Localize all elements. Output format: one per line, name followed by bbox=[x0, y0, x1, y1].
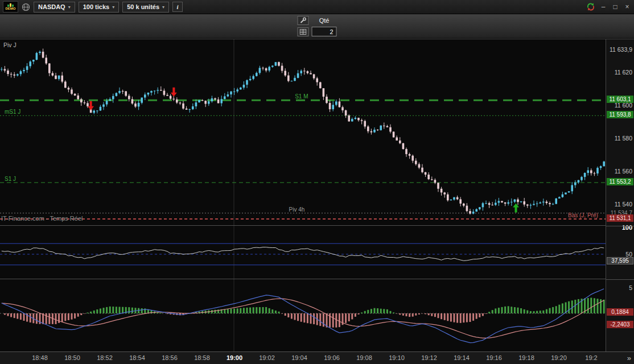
price-axis-tick: 11 580 bbox=[615, 135, 632, 142]
price-chart-pane[interactable]: Piv J IT-Finance.com - Temps Réel S1 MmS… bbox=[0, 39, 606, 225]
titlebar: DEMO NASDAQ ▾ 100 ticks ▾ 50 k unités ▾ bbox=[0, 0, 634, 14]
chart-workspace: Piv J IT-Finance.com - Temps Réel S1 MmS… bbox=[0, 39, 634, 351]
time-label: 19:12 bbox=[421, 354, 437, 361]
units-select[interactable]: 50 k unités ▾ bbox=[122, 2, 169, 13]
price-level-badge: 11 531,1 bbox=[607, 214, 633, 222]
ladder-icon bbox=[300, 29, 307, 35]
macd-value-badge: -2,2403 bbox=[607, 321, 633, 328]
price-level-badge: 11 553,2 bbox=[607, 178, 633, 185]
separator bbox=[606, 226, 634, 226]
level-label-ms1-j: mS1 J bbox=[5, 109, 20, 115]
time-label: 18:50 bbox=[64, 354, 80, 361]
oscillator-value-badge: 37,595 bbox=[607, 257, 633, 264]
quantity-label: Qté bbox=[312, 17, 337, 24]
wrench-icon-button[interactable] bbox=[298, 16, 309, 25]
time-label: 19:00 bbox=[227, 354, 242, 361]
time-label: 18:52 bbox=[97, 354, 113, 361]
time-label: 19:20 bbox=[551, 354, 567, 361]
units-label: 50 k unités bbox=[127, 3, 159, 10]
timeframe-select[interactable]: 100 ticks ▾ bbox=[79, 2, 120, 13]
oscillator-pane[interactable] bbox=[0, 225, 606, 279]
macd-pane[interactable] bbox=[0, 279, 606, 351]
symbol-label: NASDAQ bbox=[38, 3, 65, 10]
minimize-button[interactable]: – bbox=[599, 3, 607, 11]
chevron-down-icon: ▾ bbox=[112, 5, 114, 10]
info-button[interactable]: i bbox=[172, 2, 183, 12]
level-label-s1-j: S1 J bbox=[5, 176, 16, 182]
demo-mode-badge: DEMO bbox=[3, 1, 18, 13]
oscillator-axis-label: 100 bbox=[622, 224, 632, 231]
time-label: 18:48 bbox=[32, 354, 48, 361]
time-label: 18:58 bbox=[194, 354, 210, 361]
quantity-block: Qté bbox=[298, 16, 337, 36]
order-toolbar: Qté bbox=[0, 14, 634, 39]
scroll-right-icon[interactable]: » bbox=[627, 354, 631, 362]
price-axis-tick: 11 633,9 bbox=[610, 46, 632, 53]
chevron-down-icon: ▾ bbox=[162, 5, 164, 10]
trading-platform-window: DEMO NASDAQ ▾ 100 ticks ▾ 50 k unités ▾ bbox=[0, 0, 634, 364]
level-label-s1-m: S1 M bbox=[295, 93, 308, 100]
macd-value-badge: 0,1884 bbox=[607, 308, 633, 316]
time-label: 19:06 bbox=[324, 354, 340, 361]
demo-label: DEMO bbox=[6, 7, 16, 11]
time-axis[interactable]: » 18:4818:5018:5218:5418:5618:5819:0019:… bbox=[0, 351, 634, 364]
maximize-button[interactable]: □ bbox=[611, 3, 619, 11]
time-label: 18:54 bbox=[129, 354, 145, 361]
level-label-bas-j-pr-: Bas (J, Pré) bbox=[568, 212, 598, 218]
time-label: 19:02 bbox=[259, 354, 275, 361]
time-label: 19:18 bbox=[518, 354, 534, 361]
candlestick-chart-canvas[interactable] bbox=[0, 39, 606, 225]
chart-column: Piv J IT-Finance.com - Temps Réel S1 MmS… bbox=[0, 39, 606, 351]
time-label: 19:08 bbox=[356, 354, 372, 361]
time-label: 19:2 bbox=[585, 354, 597, 361]
time-label: 19:14 bbox=[454, 354, 470, 361]
symbol-select[interactable]: NASDAQ ▾ bbox=[34, 2, 75, 13]
time-label: 19:04 bbox=[291, 354, 307, 361]
timeframe-label: 100 ticks bbox=[83, 3, 109, 10]
time-label: 18:56 bbox=[162, 354, 178, 361]
wrench-icon bbox=[300, 17, 307, 24]
price-axis[interactable]: 11 633,911 62011 60011 58011 56011 54011… bbox=[606, 39, 634, 351]
price-axis-tick: 11 560 bbox=[615, 168, 632, 175]
ladder-icon-button[interactable] bbox=[298, 27, 309, 36]
time-label: 19:16 bbox=[486, 354, 502, 361]
watermark: IT-Finance.com - Temps Réel bbox=[1, 215, 83, 222]
chevron-down-icon: ▾ bbox=[68, 5, 71, 10]
globe-icon[interactable] bbox=[22, 3, 30, 11]
price-level-badge: 11 603,1 bbox=[607, 96, 633, 103]
level-label-piv-4h: Piv 4h bbox=[289, 206, 305, 213]
macd-canvas[interactable] bbox=[0, 279, 606, 351]
close-button[interactable]: × bbox=[623, 3, 631, 11]
sync-icon[interactable] bbox=[586, 2, 595, 11]
oscillator-canvas[interactable] bbox=[0, 226, 606, 279]
price-axis-tick: 11 620 bbox=[615, 69, 632, 76]
quantity-input[interactable] bbox=[312, 27, 337, 36]
macd-axis-label: 5 bbox=[629, 284, 632, 291]
pivot-daily-label: Piv J bbox=[3, 42, 17, 48]
separator bbox=[606, 279, 634, 280]
price-axis-tick: 11 540 bbox=[615, 201, 632, 208]
time-label: 19:10 bbox=[389, 354, 405, 361]
price-level-badge: 11 593,8 bbox=[607, 111, 633, 118]
